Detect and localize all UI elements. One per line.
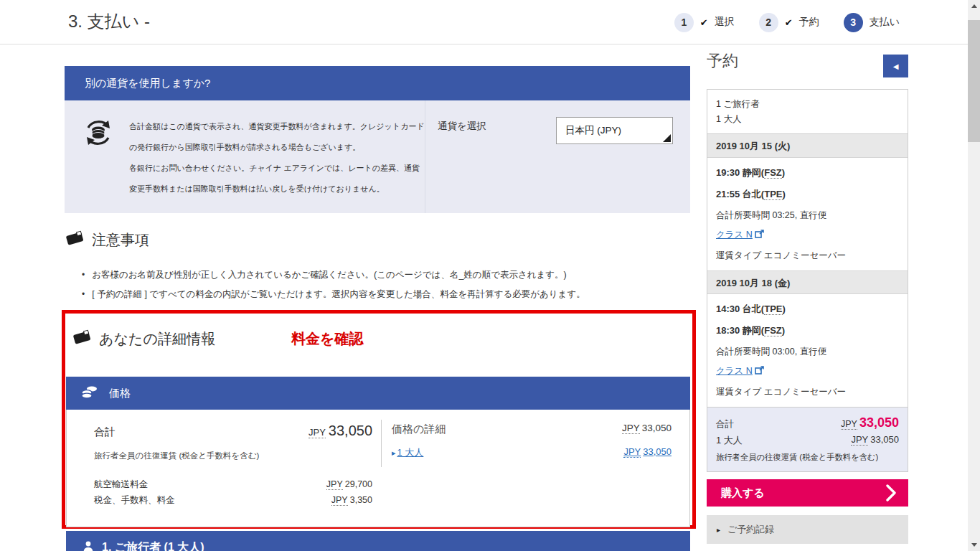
currency-code: JPY xyxy=(331,495,348,506)
notes-list: • お客様のお名前及び性別が正しく入力されているかご確認ください。(このページで… xyxy=(82,265,696,304)
dropdown-corner-icon xyxy=(663,134,671,142)
travelers-type: 1 大人 xyxy=(716,112,899,127)
chevron-right-icon xyxy=(886,484,897,502)
currency-description: 合計金額はこの通貨で表示され、通貨変更手数料が含まれます。クレジットカードの発行… xyxy=(129,116,425,199)
price-detail-amount: JPY33,050 xyxy=(622,423,672,436)
adult-detail-link[interactable]: 1 大人 xyxy=(397,447,424,458)
sidebar-header: 予約 ◀ xyxy=(707,50,908,82)
coins-icon xyxy=(80,385,99,402)
annotation-text: 料金を確認 xyxy=(291,329,363,349)
fare-type-line: 運賃タイプ エコノミーセーバー xyxy=(716,386,899,398)
departure-time: 19:30 xyxy=(716,167,740,178)
paren: ) xyxy=(782,325,785,336)
arrival-city: 静岡( xyxy=(740,325,764,336)
duration-line: 合計所要時間 03:25, 直行便 xyxy=(716,209,899,222)
class-link[interactable]: クラス N xyxy=(716,230,753,240)
scrollbar[interactable] xyxy=(968,0,980,551)
payment-page: 3. 支払い - 1 ✔ 選択 2 ✔ 予約 3 支払い 別の通貨を使用しますか… xyxy=(0,0,980,551)
currency-panel-header: 別の通貨を使用しますか? xyxy=(65,66,690,100)
step-pay: 3 支払い xyxy=(844,13,900,32)
adult-amount-link[interactable]: 33,050 xyxy=(643,446,672,457)
currency-panel-body: 合計金額はこの通貨で表示され、通貨変更手数料が含まれます。クレジットカードの発行… xyxy=(65,100,690,213)
table-row: 税金、手数料、料金 JPY3,350 xyxy=(94,492,372,508)
fee-label: 税金、手数料、料金 xyxy=(94,492,175,508)
booking-summary: 1 ご旅行者 1 大人 2019 10月 15 (火) 19:30 静岡(FSZ… xyxy=(707,89,908,472)
table-row: 航空輸送料金 JPY29,700 xyxy=(94,476,372,492)
price-detail-value: 33,050 xyxy=(642,423,672,433)
segment-date: 2019 10月 18 (金) xyxy=(707,270,908,294)
currency-select[interactable]: 日本円 (JPY) xyxy=(556,117,673,144)
fee-label: 航空輸送料金 xyxy=(94,476,148,492)
chevron-left-icon: ◀ xyxy=(893,62,899,70)
fee-value: 3,350 xyxy=(350,495,372,505)
sidebar-total-amount: JPY33,050 xyxy=(841,415,899,430)
notes-section: 注意事項 • お客様のお名前及び性別が正しく入力されているかご確認ください。(こ… xyxy=(65,230,696,304)
class-link[interactable]: クラス N xyxy=(716,366,753,376)
fee-amount: JPY3,350 xyxy=(331,492,372,508)
price-detail-title: 価格の詳細 xyxy=(392,423,446,436)
total-label: 合計 xyxy=(94,425,116,439)
arrival-line: 18:30 静岡(FSZ) xyxy=(716,324,899,337)
total-note: 旅行者全員の往復運賃 (税金と手数料を含む) xyxy=(94,451,372,461)
scroll-up-arrow[interactable] xyxy=(968,0,980,12)
paren: ) xyxy=(782,167,785,178)
currency-code: JPY xyxy=(851,434,868,446)
purchase-button[interactable]: 購入する xyxy=(707,479,908,507)
adult-amount: JPY33,050 xyxy=(623,446,672,459)
sidebar-total: 合計 JPY33,050 1 大人 JPY33,050 旅行者全員の往復運賃 (… xyxy=(707,407,908,471)
class-line: クラス N xyxy=(716,365,899,377)
travelers-bar-label: 1. ご旅行者 (1 大人) xyxy=(102,540,204,551)
class-line: クラス N xyxy=(716,229,899,241)
sidebar-adult-label: 1 大人 xyxy=(716,434,743,447)
person-icon xyxy=(83,541,93,551)
sidebar-adult-amount: JPY33,050 xyxy=(851,434,899,447)
currency-code-link[interactable]: JPY xyxy=(623,446,641,458)
triangle-right-icon: ▸ xyxy=(717,526,720,534)
booking-record-toggle[interactable]: ▸ ご予約記録 xyxy=(707,515,908,544)
departure-city: 静岡( xyxy=(740,167,764,178)
currency-select-label: 通貨を選択 xyxy=(438,120,486,133)
currency-code: JPY xyxy=(841,419,857,430)
departure-city: 台北( xyxy=(740,303,764,314)
step-2-label: 予約 xyxy=(799,16,819,29)
step-1-label: 選択 xyxy=(715,16,735,29)
triangle-right-icon: ▸ xyxy=(392,448,396,458)
purchase-button-label: 購入する xyxy=(721,486,765,500)
currency-panel: 別の通貨を使用しますか? 合計金額はこの通貨で表示され、通貨変更手数料が含まれま… xyxy=(65,66,690,213)
card-icon xyxy=(65,230,85,250)
bullet-icon: • xyxy=(82,265,85,285)
page-header: 3. 支払い - 1 ✔ 選択 2 ✔ 予約 3 支払い xyxy=(0,0,968,44)
divider xyxy=(425,100,425,213)
booking-record-label: ご予約記録 xyxy=(727,523,774,536)
sidebar-total-value: 33,050 xyxy=(859,415,899,430)
currency-paragraph-2: 各銀行にお問い合わせください。チャイナ エアラインでは、レートの差異、通貨変更手… xyxy=(129,158,425,199)
currency-paragraph-1: 合計金額はこの通貨で表示され、通貨変更手数料が含まれます。クレジットカードの発行… xyxy=(129,116,425,158)
price-panel-body: 合計 JPY33,050 旅行者全員の往復運賃 (税金と手数料を含む) 航空輸送… xyxy=(66,410,690,527)
note-text: [ 予約の詳細 ] ですべての料金の内訳がご覧いただけます。選択内容を変更した場… xyxy=(92,285,585,304)
airport-code: TPE xyxy=(764,189,782,200)
step-book: 2 ✔ 予約 xyxy=(759,13,819,32)
airport-code: TPE xyxy=(764,303,782,315)
segment-date: 2019 10月 15 (火) xyxy=(707,134,908,158)
scroll-down-arrow[interactable] xyxy=(968,539,980,551)
price-panel: 価格 合計 JPY33,050 旅行者全員の往復運賃 (税金と手数料を含む) 航… xyxy=(66,377,690,527)
step-select: 1 ✔ 選択 xyxy=(674,13,735,32)
divider xyxy=(381,420,382,467)
notes-title: 注意事項 xyxy=(92,230,149,250)
collapse-sidebar-button[interactable]: ◀ xyxy=(883,55,908,77)
currency-selected-value: 日本円 (JPY) xyxy=(565,124,621,137)
details-section-header: あなたの詳細情報 料金を確認 xyxy=(72,329,363,349)
travelers-summary: 1 ご旅行者 1 大人 xyxy=(707,90,908,134)
list-item: • [ 予約の詳細 ] ですべての料金の内訳がご覧いただけます。選択内容を変更し… xyxy=(82,285,696,304)
fare-type-line: 運賃タイプ エコノミーセーバー xyxy=(716,250,899,262)
step-3-number: 3 xyxy=(844,13,863,32)
note-text: お客様のお名前及び性別が正しく入力されているかご確認ください。(このページでは、… xyxy=(92,265,567,285)
travelers-count: 1 ご旅行者 xyxy=(716,97,899,112)
fee-breakdown: 航空輸送料金 JPY29,700 税金、手数料、料金 JPY3,350 xyxy=(94,476,372,508)
arrival-time: 18:30 xyxy=(716,325,740,336)
external-link-icon xyxy=(755,366,764,375)
arrival-line: 21:55 台北(TPE) xyxy=(716,188,899,201)
arrival-time: 21:55 xyxy=(716,189,740,199)
scrollbar-thumb[interactable] xyxy=(968,20,980,142)
check-icon: ✔ xyxy=(700,17,708,28)
